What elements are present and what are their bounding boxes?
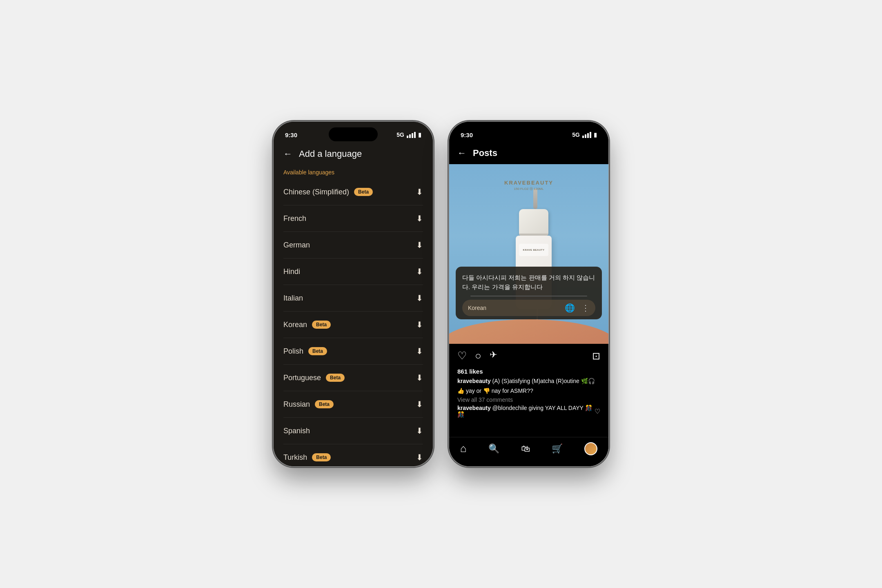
nav-search-icon[interactable]: 🔍 bbox=[488, 443, 499, 454]
battery-icon: ▮ bbox=[594, 131, 597, 138]
posts-nav: ← Posts bbox=[449, 142, 608, 164]
post-image: KRAVEBEAUTY 150 FLOZ ⓔ 120ML bbox=[449, 164, 608, 344]
brand-name: KRAVEBEAUTY bbox=[504, 180, 553, 186]
comment-like-icon[interactable]: ♡ bbox=[595, 408, 600, 415]
phone-notch bbox=[329, 127, 378, 141]
network-label: 5G bbox=[396, 131, 404, 138]
caption-text: (A) (S)atisfying (M)atcha (R)outine 🌿🎧 bbox=[492, 378, 595, 384]
status-right: 5G ▮ bbox=[396, 131, 421, 138]
post-actions: ♡ ○ ✈ ⊡ bbox=[449, 344, 608, 368]
bottom-nav: ⌂ 🔍 🛍 🛒 bbox=[449, 437, 608, 466]
download-icon[interactable]: ⬇ bbox=[416, 320, 423, 330]
download-icon[interactable]: ⬇ bbox=[416, 267, 423, 276]
nav-profile-avatar[interactable] bbox=[584, 442, 597, 455]
download-icon[interactable]: ⬇ bbox=[416, 293, 423, 303]
comment-line: kravebeauty @blondechile giving YAY ALL … bbox=[457, 405, 600, 418]
share-icon[interactable]: ✈ bbox=[490, 350, 497, 362]
lang-left: Turkish Beta bbox=[283, 453, 331, 462]
list-item[interactable]: Hindi ⬇ bbox=[283, 258, 423, 285]
beta-badge: Beta bbox=[354, 188, 373, 196]
lang-left: Russian Beta bbox=[283, 400, 334, 409]
list-item[interactable]: Italian ⬇ bbox=[283, 285, 423, 312]
download-icon[interactable]: ⬇ bbox=[416, 373, 423, 383]
battery-icon: ▮ bbox=[418, 131, 421, 138]
beta-badge: Beta bbox=[312, 453, 331, 461]
like-icon[interactable]: ♡ bbox=[457, 350, 467, 362]
list-item[interactable]: Korean Beta ⬇ bbox=[283, 312, 423, 338]
right-screen: 9:30 5G ▮ ← Posts bbox=[449, 122, 608, 466]
caption-user[interactable]: kravebeauty bbox=[457, 378, 491, 384]
translate-icon[interactable]: 🌐 bbox=[565, 303, 575, 313]
download-icon[interactable]: ⬇ bbox=[416, 187, 423, 197]
lang-name: Turkish bbox=[283, 453, 307, 462]
left-screen: 9:30 5G ▮ ← Add a language Available lan… bbox=[274, 122, 433, 466]
list-item[interactable]: German ⬇ bbox=[283, 232, 423, 258]
lang-name: Polish bbox=[283, 347, 303, 356]
back-button[interactable]: ← bbox=[283, 149, 292, 159]
subtitle-controls: Korean 🌐 ⋮ bbox=[462, 300, 595, 316]
beta-badge: Beta bbox=[326, 374, 345, 382]
time-display: 9:30 bbox=[461, 131, 473, 138]
lang-left: Portuguese Beta bbox=[283, 374, 345, 382]
list-item[interactable]: Turkish Beta ⬇ bbox=[283, 444, 423, 466]
action-left-icons: ♡ ○ ✈ bbox=[457, 350, 497, 362]
network-label: 5G bbox=[572, 131, 580, 138]
more-options-icon[interactable]: ⋮ bbox=[581, 303, 590, 313]
download-icon[interactable]: ⬇ bbox=[416, 452, 423, 462]
download-icon[interactable]: ⬇ bbox=[416, 426, 423, 436]
download-icon[interactable]: ⬇ bbox=[416, 240, 423, 250]
lang-name: Spanish bbox=[283, 427, 310, 435]
nav-bag-icon[interactable]: 🛒 bbox=[552, 443, 563, 454]
subtitle-action-icons: 🌐 ⋮ bbox=[565, 303, 590, 313]
lang-name: Hindi bbox=[283, 267, 300, 276]
subtitle-divider bbox=[470, 296, 587, 296]
lang-name: German bbox=[283, 241, 310, 249]
view-comments[interactable]: View all 37 comments bbox=[457, 396, 600, 403]
page-title: Add a language bbox=[299, 149, 362, 159]
likes-count: 861 likes bbox=[457, 368, 600, 375]
lang-left: French bbox=[283, 214, 306, 223]
phone-notch bbox=[504, 127, 553, 141]
comment-icon[interactable]: ○ bbox=[475, 350, 481, 362]
subtitle-overlay: 다들 아시다시피 저희는 판매를 거의 하지 않습니다. 우리는 가격을 유지합… bbox=[456, 267, 602, 319]
subtitle-lang-label[interactable]: Korean bbox=[468, 305, 486, 311]
lang-left: Polish Beta bbox=[283, 347, 327, 356]
right-phone: 9:30 5G ▮ ← Posts bbox=[449, 122, 608, 466]
list-item[interactable]: Spanish ⬇ bbox=[283, 418, 423, 444]
back-button[interactable]: ← bbox=[457, 148, 466, 158]
caption-line: kravebeauty (A) (S)atisfying (M)atcha (R… bbox=[457, 377, 600, 385]
lang-name: Korean bbox=[283, 321, 307, 329]
beta-badge: Beta bbox=[308, 347, 327, 355]
lang-name: Russian bbox=[283, 400, 310, 409]
section-label: Available languages bbox=[274, 166, 433, 179]
nav-shop-icon[interactable]: 🛍 bbox=[521, 443, 530, 454]
save-icon[interactable]: ⊡ bbox=[592, 350, 600, 362]
download-icon[interactable]: ⬇ bbox=[416, 399, 423, 409]
lang-name: Italian bbox=[283, 294, 303, 303]
caption-line2: 👍 yay or 👎 nay for ASMR?? bbox=[457, 387, 600, 395]
beta-badge: Beta bbox=[315, 400, 334, 408]
list-item[interactable]: Polish Beta ⬇ bbox=[283, 338, 423, 365]
list-item[interactable]: Portuguese Beta ⬇ bbox=[283, 365, 423, 391]
lang-left: German bbox=[283, 241, 310, 249]
signal-icon bbox=[582, 132, 591, 138]
left-phone: 9:30 5G ▮ ← Add a language Available lan… bbox=[274, 122, 433, 466]
lang-left: Chinese (Simplified) Beta bbox=[283, 188, 373, 196]
lang-name: Portuguese bbox=[283, 374, 321, 382]
download-icon[interactable]: ⬇ bbox=[416, 214, 423, 223]
list-item[interactable]: Chinese (Simplified) Beta ⬇ bbox=[283, 179, 423, 205]
post-meta: 861 likes kravebeauty (A) (S)atisfying (… bbox=[449, 368, 608, 418]
language-list: Chinese (Simplified) Beta ⬇ French ⬇ Ger… bbox=[274, 179, 433, 466]
lang-left: Hindi bbox=[283, 267, 300, 276]
download-icon[interactable]: ⬇ bbox=[416, 346, 423, 356]
status-right: 5G ▮ bbox=[572, 131, 597, 138]
time-display: 9:30 bbox=[285, 131, 297, 138]
comment-user[interactable]: kravebeauty bbox=[457, 405, 491, 411]
list-item[interactable]: French ⬇ bbox=[283, 205, 423, 232]
list-item[interactable]: Russian Beta ⬇ bbox=[283, 391, 423, 418]
nav-home-icon[interactable]: ⌂ bbox=[460, 442, 467, 455]
beta-badge: Beta bbox=[312, 321, 331, 329]
lang-left: Italian bbox=[283, 294, 303, 303]
product-size: 150 FLOZ ⓔ 120ML bbox=[504, 187, 553, 191]
nav-header: ← Add a language bbox=[274, 142, 433, 166]
